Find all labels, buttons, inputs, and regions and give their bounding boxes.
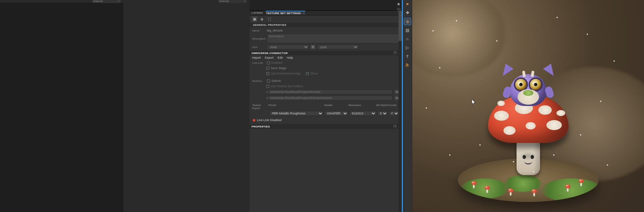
tab-texture-set-settings[interactable]: TEXTURE SET SETTINGS × <box>266 11 306 15</box>
chevron-down-icon: ▾ <box>118 0 119 3</box>
particle <box>607 164 608 166</box>
omniverse-connector-titlebar: OMNIVERSE-CONNECTOR ❐ × <box>250 51 402 55</box>
orbit-tool-icon[interactable]: ◎ <box>404 18 411 25</box>
link-icon[interactable]: ⛓ <box>311 45 315 49</box>
move-tool-icon[interactable]: ✥ <box>404 9 411 16</box>
mode-dropdown-1-label: Material <box>93 0 103 3</box>
mode-dropdown-2-label: Material <box>219 0 229 3</box>
expand-icon[interactable]: ⛶ <box>267 17 272 21</box>
monster-eye-icon <box>515 79 527 90</box>
omniverse-menubar: Import Export Edit Help <box>250 55 402 60</box>
bitdepth-select[interactable]: 8 <box>378 111 388 116</box>
cap-spot <box>538 105 552 115</box>
particle <box>432 30 434 32</box>
particle <box>533 171 534 172</box>
info-icon[interactable]: ⓘ <box>397 7 400 11</box>
left-viewport-area: Material ▾ Material ▾ <box>0 0 250 212</box>
checkbox-use-folders[interactable]: Use Texture Set Folders <box>266 85 303 88</box>
close-icon[interactable]: × <box>303 12 305 15</box>
character-tool-icon[interactable]: ⛹ <box>404 62 411 68</box>
dock-icon[interactable]: ❐ <box>393 51 396 55</box>
particle <box>553 154 554 156</box>
particle <box>556 17 558 18</box>
menu-help[interactable]: Help <box>287 56 293 59</box>
particle <box>600 101 601 102</box>
textures-input[interactable] <box>268 96 392 100</box>
cap-spot <box>546 120 562 130</box>
magnet-tool-icon[interactable]: ∩ <box>404 36 411 42</box>
skeleton-tool-icon[interactable]: ☥ <box>404 53 411 60</box>
monster-character <box>505 66 552 106</box>
tiny-mushroom <box>565 184 571 191</box>
checkbox-save-stage[interactable]: Save Stage <box>266 66 286 70</box>
checkbox-env-map[interactable]: Use Environment Map <box>266 72 301 75</box>
layers-tool-icon[interactable]: ▤ <box>404 27 411 34</box>
label-size: Size <box>252 46 265 49</box>
stem-mouth-icon <box>524 161 532 164</box>
monster-horn <box>531 71 534 77</box>
menu-export[interactable]: Export <box>265 56 274 59</box>
cap-spot <box>526 122 536 129</box>
description-input[interactable] <box>267 34 399 43</box>
texture-set-icon[interactable]: ▦ <box>252 17 257 21</box>
monster-body <box>510 74 547 106</box>
size-width-select[interactable]: 2048 <box>267 45 309 49</box>
viewport-2[interactable] <box>0 3 123 212</box>
preset-select[interactable]: PBR Metallic Roughness <box>270 111 323 116</box>
cursor-tool-icon[interactable]: ➤ <box>404 1 411 7</box>
cap-spot <box>497 101 505 106</box>
tiny-mushroom <box>471 181 477 188</box>
cap-spot <box>556 110 565 116</box>
cap-spot <box>494 111 509 121</box>
mode-dropdown-1[interactable]: Material ▾ <box>92 0 121 3</box>
status-dot-icon <box>253 119 255 121</box>
tiny-mushroom <box>532 189 537 196</box>
checkbox-enabled[interactable]: Enabled <box>267 61 282 64</box>
label-textures: Textures <box>252 97 266 100</box>
particle <box>580 134 581 136</box>
particle <box>479 144 481 146</box>
scrollbar-vertical[interactable] <box>398 11 402 212</box>
particle <box>513 161 514 162</box>
label-name: Name <box>252 29 265 32</box>
shader-select[interactable]: OmniPBR <box>325 111 348 116</box>
properties-title: PROPERTIES <box>252 125 270 128</box>
checkbox-show[interactable]: Show <box>306 72 318 75</box>
tab-layers[interactable]: LAYERS <box>251 11 264 15</box>
monster-horn <box>522 71 525 77</box>
play-tool-icon[interactable]: ▷ <box>404 44 411 51</box>
texture-set-toolbar: ▦ ◍ ⛶ <box>250 15 402 23</box>
size-height-select[interactable]: 2048 <box>317 45 359 49</box>
scrollbar-thumb[interactable] <box>398 11 402 41</box>
render-viewport[interactable] <box>412 0 644 212</box>
menu-edit[interactable]: Edit <box>278 56 283 59</box>
properties-panel: PROPERTIES ❐ × <box>250 124 402 212</box>
particle <box>613 60 615 62</box>
camera-icon[interactable]: ◉ <box>397 2 400 5</box>
tiny-mushroom <box>508 189 514 195</box>
particle <box>449 154 450 156</box>
format-select[interactable]: PNG <box>389 111 399 116</box>
status-text: Live-Link Disabled <box>257 118 282 122</box>
mode-dropdown-2[interactable]: Material ▾ <box>218 0 247 3</box>
dock-icon[interactable]: ❐ <box>393 125 396 128</box>
globe-icon[interactable]: ◍ <box>260 17 264 21</box>
stem-eye-icon <box>531 155 534 159</box>
resolution-select[interactable]: 512x512 <box>350 111 376 116</box>
texture-export-header: Texture Export Preset Shader Resolution … <box>250 103 402 110</box>
menu-import[interactable]: Import <box>252 56 261 59</box>
particle <box>439 67 440 68</box>
section-general-properties: GENERAL PROPERTIES <box>250 23 402 27</box>
right-panel-stack: ◉ ⓘ LAYERS TEXTURE SET SETTINGS × ▦ ◍ ⛶ … <box>250 0 402 212</box>
chevron-down-icon: ▾ <box>244 0 246 3</box>
properties-titlebar: PROPERTIES ❐ × <box>250 124 402 129</box>
checkbox-submit[interactable]: Submit <box>267 79 281 83</box>
tiny-mushroom <box>485 186 490 193</box>
label-host: Host <box>252 91 266 94</box>
host-input[interactable] <box>268 90 392 94</box>
cap-spot <box>503 126 516 135</box>
livelink-status: Live-Link Disabled <box>250 116 402 124</box>
stem-eye-icon <box>523 155 526 159</box>
omniverse-title: OMNIVERSE-CONNECTOR <box>252 52 288 55</box>
mini-viewport[interactable]: ◉ ⓘ <box>250 0 402 11</box>
